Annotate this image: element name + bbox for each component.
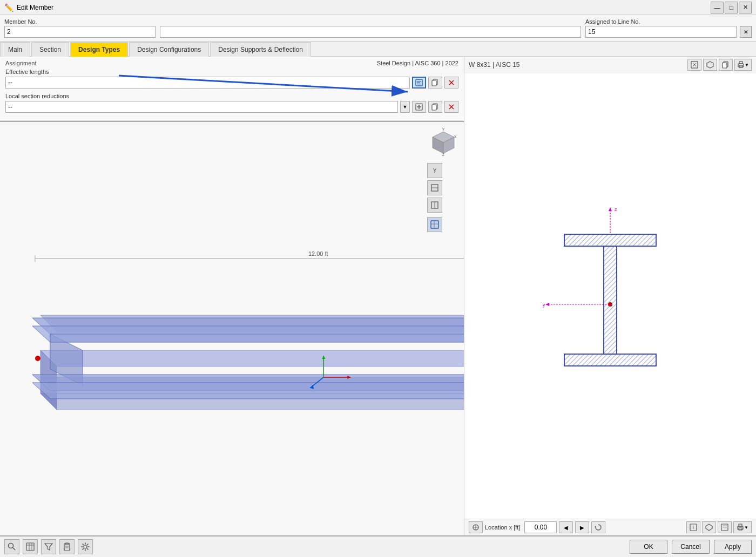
assignment-section: Assignment Steel Design | AISC 360 | 202… <box>0 57 464 121</box>
local-section-row: -- ▼ <box>5 101 458 113</box>
section-right-controls: i <box>686 521 752 533</box>
local-section-copy-button[interactable] <box>428 101 442 113</box>
svg-rect-1 <box>417 81 421 81</box>
tab-section[interactable]: Section <box>31 42 69 57</box>
effective-lengths-row: -- <box>5 77 458 89</box>
svg-rect-69 <box>564 234 656 246</box>
local-section-section: Local section reductions -- ▼ <box>5 93 458 113</box>
apply-button[interactable]: Apply <box>714 540 752 554</box>
location-reset[interactable] <box>591 521 605 533</box>
effective-lengths-delete-button[interactable] <box>444 77 458 89</box>
svg-marker-34 <box>40 350 464 366</box>
title-bar: ✏️ Edit Member — □ ✕ <box>0 0 756 15</box>
svg-marker-55 <box>707 62 713 68</box>
print-icon <box>737 61 745 69</box>
effective-lengths-edit-button[interactable] <box>412 77 426 89</box>
local-section-dropdown[interactable]: ▼ <box>400 101 410 113</box>
maximize-button[interactable]: □ <box>725 2 738 13</box>
clipboard-tool-button[interactable] <box>59 539 75 554</box>
section-print-button[interactable]: ▼ <box>734 59 752 71</box>
svg-rect-5 <box>432 80 436 86</box>
ok-button[interactable]: OK <box>630 540 667 554</box>
svg-point-45 <box>35 356 40 361</box>
section-export-button[interactable] <box>718 521 732 533</box>
table-tool-button[interactable] <box>23 539 38 554</box>
section-print2-button[interactable]: ▼ <box>733 521 752 533</box>
svg-rect-70 <box>604 246 617 354</box>
app-icon: ✏️ <box>4 3 14 12</box>
svg-text:12.00 ft: 12.00 ft <box>308 250 328 257</box>
svg-marker-66 <box>545 303 549 306</box>
right-panel: W 8x31 | AISC 15 <box>464 57 756 535</box>
local-section-input[interactable]: -- <box>5 101 398 113</box>
window-title: Edit Member <box>17 4 53 11</box>
svg-rect-12 <box>432 105 436 110</box>
section-info-button[interactable]: i <box>686 521 700 533</box>
member-desc-input[interactable] <box>160 26 581 38</box>
section-controls: Location x [ft] ◀ ▶ i <box>464 519 756 535</box>
edit-icon <box>415 79 423 86</box>
search-tool-button[interactable] <box>4 539 19 554</box>
section-nav-icon[interactable] <box>469 521 483 533</box>
assigned-input[interactable] <box>585 26 737 38</box>
content-area: Assignment Steel Design | AISC 360 | 202… <box>0 57 756 535</box>
filter-icon <box>44 542 53 551</box>
local-section-delete-button[interactable] <box>444 101 458 113</box>
location-step-left[interactable]: ◀ <box>559 521 573 533</box>
settings-tool-button[interactable] <box>78 539 93 554</box>
section-title: W 8x31 | AISC 15 <box>469 61 520 69</box>
reset-icon <box>595 524 602 531</box>
local-section-new-button[interactable] <box>412 101 426 113</box>
member-no-group: Member No. <box>4 18 156 38</box>
effective-lengths-label: Effective lengths <box>5 69 458 75</box>
svg-marker-42 <box>50 334 464 342</box>
right-toolbar: ▼ <box>687 59 752 71</box>
location-value-input[interactable] <box>524 521 557 533</box>
effective-lengths-section: Effective lengths -- <box>5 69 458 89</box>
svg-rect-59 <box>739 62 742 64</box>
tab-design-types[interactable]: Design Types <box>70 42 128 57</box>
svg-text:i: i <box>693 525 694 530</box>
minimize-button[interactable]: — <box>711 2 724 13</box>
bottom-bar: OK Cancel Apply <box>0 535 756 557</box>
svg-text:z: z <box>615 207 617 212</box>
dialog-buttons: OK Cancel Apply <box>630 540 752 554</box>
member-no-input[interactable] <box>4 26 156 38</box>
3d-small-icon <box>705 524 713 531</box>
location-label: Location x [ft] <box>485 524 520 531</box>
3d-viewport[interactable]: Y X Z Y <box>0 121 464 535</box>
export-icon <box>721 524 728 531</box>
svg-rect-90 <box>26 543 34 551</box>
effective-lengths-input[interactable]: -- <box>5 77 410 89</box>
filter-tool-button[interactable] <box>41 539 56 554</box>
assigned-label: Assigned to Line No. <box>585 18 737 25</box>
svg-rect-83 <box>723 527 727 527</box>
svg-rect-3 <box>417 84 421 84</box>
tab-design-supports[interactable]: Design Supports & Deflection <box>210 42 311 57</box>
svg-point-98 <box>84 545 87 548</box>
assignment-title: Assignment <box>5 60 36 66</box>
svg-text:y: y <box>543 302 545 308</box>
section-copy-button[interactable] <box>719 59 733 71</box>
close-button[interactable]: ✕ <box>739 2 752 13</box>
section-view-fit-button[interactable] <box>687 59 701 71</box>
assigned-line-group: Assigned to Line No. ✕ <box>585 18 752 38</box>
3d-icon <box>706 61 714 69</box>
svg-rect-87 <box>739 528 742 530</box>
section-drawing-area: z y <box>464 73 756 519</box>
nav-icon <box>472 524 480 531</box>
copy2-icon <box>431 103 439 111</box>
section-3d-small-button[interactable] <box>702 521 716 533</box>
location-step-right[interactable]: ▶ <box>575 521 589 533</box>
tab-main[interactable]: Main <box>0 42 30 57</box>
beam-3d-svg: 12.00 ft <box>0 122 464 535</box>
assigned-clear-button[interactable]: ✕ <box>740 26 752 38</box>
section-svg: z y <box>524 205 697 388</box>
tab-design-configs[interactable]: Design Configurations <box>129 42 209 57</box>
cancel-button[interactable]: Cancel <box>672 540 710 554</box>
left-panel: Assignment Steel Design | AISC 360 | 202… <box>0 57 464 535</box>
effective-lengths-copy-button[interactable] <box>428 77 442 89</box>
section-view-3d-button[interactable] <box>703 59 717 71</box>
svg-rect-84 <box>723 526 727 526</box>
svg-marker-81 <box>706 524 712 531</box>
